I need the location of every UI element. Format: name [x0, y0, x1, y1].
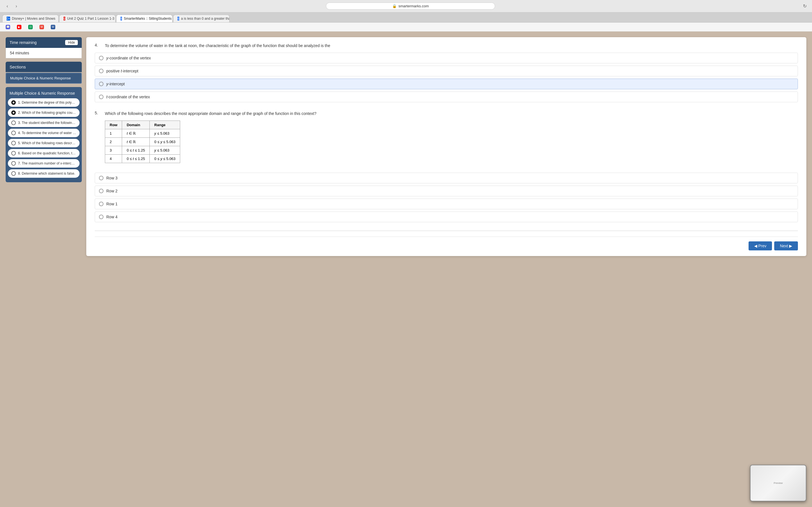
question-radio-7: [11, 161, 16, 166]
section-item[interactable]: Multiple Choice & Numeric Response: [6, 73, 82, 83]
answer-5b[interactable]: Row 2: [95, 186, 798, 196]
question-text-6: 6. Based on the quadratic function, the …: [18, 151, 76, 155]
forward-button[interactable]: ›: [12, 2, 20, 10]
list-item[interactable]: 4. To determine the volume of water in t…: [8, 129, 80, 137]
sections-header: Sections: [6, 62, 82, 72]
tab-label-disney: Disney+ | Movies and Shows: [12, 17, 55, 20]
time-remaining-label: Time remaining: [10, 40, 37, 45]
answer-5d[interactable]: Row 4: [95, 212, 798, 222]
list-item[interactable]: 3. The student identified the following …: [8, 119, 80, 127]
lock-icon: 🔒: [392, 4, 397, 8]
radio-5b: [99, 189, 103, 193]
question-5-number: 5.: [95, 111, 100, 169]
answer-5a[interactable]: Row 3: [95, 173, 798, 183]
question-radio-2: [11, 110, 16, 115]
bookmark-word[interactable]: W: [49, 24, 57, 30]
table-cell-row4: 4: [105, 155, 122, 163]
tab-quiz[interactable]: Q Unit 2 Quiz 1 Part 1 Lesson 1-3: [59, 15, 116, 22]
refresh-button[interactable]: ↻: [801, 2, 809, 10]
list-item[interactable]: 5. Which of the following rows describes…: [8, 139, 80, 147]
table-cell-range4: 0 ≤ y ≤ 5.063: [150, 155, 180, 163]
tab-label-google: a is less than 0 and a greater than 0 gr…: [181, 17, 230, 20]
tab-favicon-quiz: Q: [63, 17, 65, 20]
sidebar: Time remaining Hide 54 minutes Sections …: [6, 37, 82, 182]
divider: [95, 231, 798, 231]
table-row: 4 0 ≤ t ≤ 1.25 0 ≤ y ≤ 5.063: [105, 155, 180, 163]
table-cell-range1: y ≤ 5.063: [150, 129, 180, 138]
content-area: 4. To determine the volume of water in t…: [86, 37, 806, 256]
questions-panel-title: Multiple Choice & Numeric Response: [8, 90, 80, 98]
answer-4c-text: y-intercept: [106, 82, 124, 86]
list-item[interactable]: 2. Which of the following graphs could b…: [8, 108, 80, 117]
bookmark-sheets[interactable]: ☷: [26, 24, 35, 30]
list-item[interactable]: 6. Based on the quadratic function, the …: [8, 149, 80, 158]
radio-5d: [99, 215, 103, 219]
time-value-box: 54 minutes: [6, 48, 82, 58]
question-text-1: 1. Determine the degree of this polynomi…: [18, 101, 76, 105]
radio-4c: [99, 82, 103, 86]
time-remaining-box: Time remaining Hide: [6, 37, 82, 48]
bookmark-gmail[interactable]: M: [37, 24, 46, 30]
thumbnail-preview: Preview: [750, 465, 806, 501]
answer-4c[interactable]: y-intercept: [95, 78, 798, 89]
table-cell-row2: 2: [105, 138, 122, 146]
table-cell-domain2: t ∈ ℝ: [122, 138, 150, 146]
list-item[interactable]: 8. Determine which statement is false.: [8, 169, 80, 178]
bookmark-youtube[interactable]: ▶: [15, 24, 24, 30]
answer-5d-text: Row 4: [106, 215, 117, 219]
next-button[interactable]: Next ▶: [774, 241, 798, 250]
tab-smartermarks[interactable]: S SmarterMarks :: SittingStudents: [116, 15, 172, 22]
gmail-icon: M: [40, 25, 44, 29]
table-cell-range2: 0 ≤ y ≤ 5.063: [150, 138, 180, 146]
bookmark-discord[interactable]: 💬: [3, 24, 12, 30]
answer-4b[interactable]: positive t-intercept: [95, 66, 798, 76]
list-item[interactable]: 1. Determine the degree of this polynomi…: [8, 98, 80, 107]
answer-5c-text: Row 1: [106, 202, 117, 206]
question-radio-6: [11, 151, 16, 156]
question-radio-8: [11, 171, 16, 176]
tab-label-quiz: Unit 2 Quiz 1 Part 1 Lesson 1-3: [67, 17, 114, 20]
table-cell-domain1: t ∈ ℝ: [122, 129, 150, 138]
tab-disney[interactable]: D+ Disney+ | Movies and Shows: [2, 15, 59, 22]
answer-4a[interactable]: y-coordinate of the vertex: [95, 53, 798, 63]
address-bar[interactable]: 🔒 smartermarks.com: [326, 3, 495, 10]
question-text-4: 4. To determine the volume of water in t…: [18, 131, 76, 135]
main-layout: Time remaining Hide 54 minutes Sections …: [0, 32, 812, 507]
radio-4b: [99, 69, 103, 73]
prev-button[interactable]: ◀ Prev: [749, 241, 772, 250]
table-header-domain: Domain: [122, 121, 150, 129]
hide-button[interactable]: Hide: [65, 40, 78, 45]
question-4-block: 4. To determine the volume of water in t…: [95, 43, 798, 102]
tab-google[interactable]: G a is less than 0 and a greater than 0 …: [173, 15, 230, 22]
answer-5c[interactable]: Row 1: [95, 199, 798, 209]
tab-favicon-disney: D+: [6, 17, 10, 20]
question-text-2: 2. Which of the following graphs could b…: [18, 111, 76, 115]
nav-buttons: ◀ Prev Next ▶: [95, 237, 798, 250]
radio-5a: [99, 176, 103, 180]
bookmark-bar: 💬 ▶ ☷ M W: [0, 22, 812, 32]
table-cell-row3: 3: [105, 146, 122, 155]
answer-4d-text: t-coordinate of the vertex: [106, 95, 150, 99]
question-4-text: To determine the volume of water in the …: [105, 43, 330, 49]
question-text-5: 5. Which of the following rows describes…: [18, 141, 76, 145]
answer-5a-text: Row 3: [106, 176, 117, 180]
url-text: smartermarks.com: [398, 4, 429, 8]
question-radio-1: [11, 100, 16, 105]
thumbnail-placeholder: Preview: [774, 482, 783, 485]
back-button[interactable]: ‹: [3, 2, 11, 10]
question-5-header: 5. Which of the following rows describes…: [95, 111, 798, 169]
domain-range-table: Row Domain Range 1 t ∈ ℝ y ≤ 5.063: [105, 121, 180, 163]
answer-4d[interactable]: t-coordinate of the vertex: [95, 92, 798, 102]
question-text-3: 3. The student identified the following …: [18, 121, 76, 125]
question-text-8: 8. Determine which statement is false.: [18, 172, 76, 175]
tab-label-smartermarks: SmarterMarks :: SittingStudents: [124, 17, 171, 20]
section-item-label: Multiple Choice & Numeric Response: [10, 76, 71, 80]
tab-favicon-google: G: [177, 17, 179, 20]
radio-4a: [99, 56, 103, 60]
questions-panel: Multiple Choice & Numeric Response 1. De…: [6, 87, 82, 182]
table-header-row: Row: [105, 121, 122, 129]
time-value: 54 minutes: [10, 51, 29, 55]
table-row: 1 t ∈ ℝ y ≤ 5.063: [105, 129, 180, 138]
table-cell-domain4: 0 ≤ t ≤ 1.25: [122, 155, 150, 163]
list-item[interactable]: 7. The maximum number of x-intercepts th…: [8, 159, 80, 168]
